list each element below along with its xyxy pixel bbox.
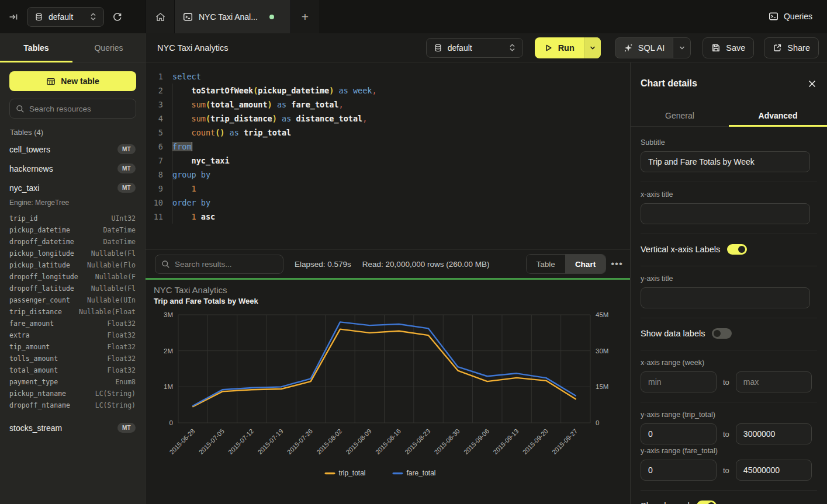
new-table-button[interactable]: New table [9, 71, 136, 91]
view-toggle-chart[interactable]: Chart [565, 255, 605, 273]
toggle-switch[interactable] [697, 500, 717, 504]
save-button[interactable]: Save [703, 37, 754, 58]
sql-editor[interactable]: 1select2 toStartOfWeek(pickup_datetime) … [146, 62, 630, 249]
run-button[interactable]: Run [535, 37, 601, 58]
panel-tab-advanced[interactable]: Advanced [729, 105, 827, 126]
column-row: extraFloat32 [9, 329, 136, 341]
run-button-label: Run [558, 43, 575, 53]
divider [641, 234, 817, 234]
chart-plot: 01M2M3M015M30M45M2015-06-282015-07-05201… [150, 308, 625, 502]
range-max-input[interactable] [736, 371, 812, 392]
code-line: 7 nyc_taxi [146, 154, 630, 168]
column-name: tolls_amount [9, 354, 58, 363]
column-row: pickup_longitudeNullable(Fl [9, 248, 136, 259]
line-number: 6 [146, 140, 163, 154]
range-max-input[interactable] [736, 423, 812, 444]
line-number: 3 [146, 98, 163, 112]
column-type: LC(String) [95, 390, 136, 398]
divider [641, 266, 817, 266]
column-type: Nullable(Fl [91, 249, 136, 258]
query-tab-title: NYC Taxi Anal... [199, 12, 258, 22]
toggle-row: Show legend [641, 499, 817, 504]
queries-button[interactable]: Queries [769, 6, 812, 26]
code-line: 11 1 asc [146, 210, 630, 224]
terminal-icon [769, 12, 778, 21]
chart-subtitle: Trip and Fare Totals by Week [154, 297, 258, 305]
chevron-down-icon [679, 46, 685, 50]
table-row[interactable]: hackernewsMT [0, 159, 145, 178]
divider [641, 350, 817, 350]
sidebar-tab-queries[interactable]: Queries [72, 33, 145, 62]
code-line: 10order by [146, 196, 630, 210]
chart-title: NYC Taxi Analytics [154, 285, 227, 295]
range-min-input[interactable] [641, 423, 717, 444]
code-text: count() as trip_total [172, 126, 291, 140]
database-selector[interactable]: default [27, 7, 104, 27]
toggle-switch[interactable] [712, 328, 732, 339]
panel-tab-general[interactable]: General [631, 105, 729, 126]
query-tab[interactable]: NYC Taxi Anal... [174, 0, 290, 33]
results-search-input[interactable] [175, 260, 277, 269]
column-row: trip_distanceNullable(Float [9, 306, 136, 318]
code-text: select [172, 69, 201, 84]
toggle-row: Show data labels [641, 326, 817, 340]
new-table-label: New table [61, 77, 99, 86]
column-type: Nullable(F [95, 273, 136, 281]
resource-search-input[interactable] [29, 105, 130, 113]
unsaved-changes-dot [269, 15, 274, 19]
table-name: nyc_taxi [9, 183, 39, 193]
engine-badge: MT [117, 144, 136, 154]
field-input-subtitle[interactable] [641, 151, 810, 172]
range-row: to [641, 460, 817, 481]
toggle-switch[interactable] [727, 244, 747, 255]
panel-controls: Subtitlex-axis titleVertical x-axis Labe… [631, 127, 827, 504]
queries-button-label: Queries [784, 12, 812, 21]
table-row[interactable]: stocks_streamMT [0, 418, 145, 437]
svg-text:2015-08-23: 2015-08-23 [403, 427, 431, 456]
column-row: tip_amountFloat32 [9, 341, 136, 353]
home-tab-button[interactable] [146, 0, 174, 33]
line-number: 4 [146, 112, 163, 126]
panel-title: Chart details [641, 78, 697, 89]
column-type: Float32 [108, 354, 136, 363]
field-label: y-axis title [641, 274, 817, 283]
sql-ai-label: SQL AI [638, 43, 665, 53]
column-type: LC(String) [95, 401, 136, 409]
view-toggle-table[interactable]: Table [527, 255, 565, 273]
more-options-button[interactable]: ••• [611, 258, 623, 270]
column-name: pickup_ntaname [9, 390, 66, 398]
toggle-label: Show data labels [641, 329, 705, 338]
close-icon[interactable] [808, 79, 816, 88]
share-button[interactable]: Share [764, 37, 819, 58]
column-name: dropoff_latitude [9, 284, 74, 293]
range-max-input[interactable] [736, 460, 812, 481]
sidebar-tab-tables[interactable]: Tables [0, 33, 72, 62]
column-row: trip_idUInt32 [9, 213, 136, 224]
code-text: nyc_taxi [172, 154, 230, 168]
sql-ai-button[interactable]: SQL AI [615, 37, 691, 58]
table-row[interactable]: cell_towersMT [0, 140, 145, 159]
table-row[interactable]: nyc_taxiMT [0, 178, 145, 197]
range-separator: to [723, 430, 729, 439]
field-input-x-axis-title[interactable] [641, 203, 810, 224]
run-options-caret[interactable] [584, 37, 601, 58]
column-name: fare_amount [9, 319, 54, 328]
resource-search [9, 99, 136, 119]
engine-badge: MT [117, 423, 136, 433]
range-min-input[interactable] [641, 460, 717, 481]
svg-text:2015-07-19: 2015-07-19 [256, 427, 284, 456]
code-line: 2 toStartOfWeek(pickup_datetime) as week… [146, 84, 630, 98]
field-input-y-axis-title[interactable] [641, 287, 810, 308]
tables-section-label: Tables (4) [10, 128, 43, 137]
svg-text:2015-06-28: 2015-06-28 [168, 427, 196, 456]
refresh-button[interactable] [104, 0, 130, 33]
line-number: 5 [146, 126, 163, 140]
sparkle-icon [624, 43, 633, 53]
table-name: stocks_stream [9, 423, 62, 433]
toolbar-database-selector[interactable]: default [426, 38, 523, 58]
range-min-input[interactable] [641, 371, 717, 392]
line-number: 7 [146, 154, 163, 168]
collapse-sidebar-button[interactable] [0, 0, 27, 33]
sql-ai-caret[interactable] [673, 38, 690, 58]
new-tab-button[interactable]: + [290, 0, 319, 33]
